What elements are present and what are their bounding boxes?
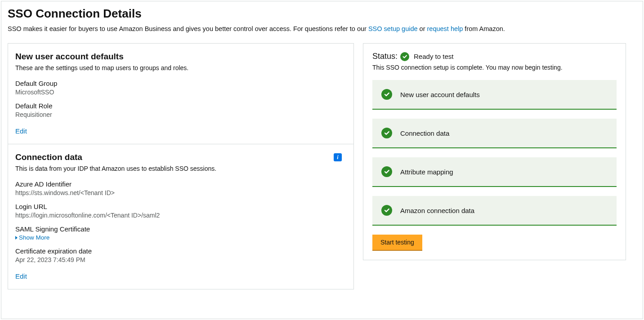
status-prefix: Status: bbox=[372, 52, 398, 61]
field-value: Requisitioner bbox=[15, 111, 346, 118]
check-circle-icon bbox=[400, 52, 409, 61]
status-description: This SSO connection setup is complete. Y… bbox=[372, 64, 617, 71]
cert-expiration-field: Certificate expiration date Apr 22, 2023… bbox=[15, 247, 346, 263]
field-label: Login URL bbox=[15, 203, 346, 210]
card-title: New user account defaults bbox=[15, 52, 346, 62]
status-card: Status: Ready to test This SSO connectio… bbox=[363, 43, 626, 260]
page-desc-text: SSO makes it easier for buyers to use Am… bbox=[8, 25, 368, 32]
card-title: Connection data bbox=[15, 152, 346, 162]
field-label: Default Group bbox=[15, 80, 346, 87]
field-label: Default Role bbox=[15, 102, 346, 110]
start-testing-button[interactable]: Start testing bbox=[372, 235, 422, 251]
saml-cert-field: SAML Signing Certificate Show More bbox=[15, 225, 346, 241]
field-label: SAML Signing Certificate bbox=[15, 225, 346, 233]
checklist-label: New user account defaults bbox=[400, 91, 480, 98]
field-label: Certificate expiration date bbox=[15, 247, 346, 255]
field-value: https://login.microsoftonline.com/<Tenan… bbox=[15, 212, 346, 219]
card-subtitle: These are the settings used to map users… bbox=[15, 64, 346, 71]
page-desc-mid: or bbox=[418, 25, 427, 32]
checklist-item: Connection data bbox=[372, 119, 617, 148]
field-value: MicrosoftSSO bbox=[15, 89, 346, 96]
connection-data-card: Connection data i This is data from your… bbox=[8, 144, 354, 289]
checklist-item: Attribute mapping bbox=[372, 157, 617, 187]
field-value: https://sts.windows.net/<Tenant ID> bbox=[15, 189, 346, 196]
checklist-item: Amazon connection data bbox=[372, 196, 617, 226]
request-help-link[interactable]: request help bbox=[427, 25, 463, 32]
default-group-field: Default Group MicrosoftSSO bbox=[15, 80, 346, 96]
default-role-field: Default Role Requisitioner bbox=[15, 102, 346, 118]
info-icon[interactable]: i bbox=[334, 153, 342, 161]
show-more-label: Show More bbox=[19, 234, 49, 241]
checklist-label: Connection data bbox=[400, 129, 449, 137]
new-user-defaults-card: New user account defaults These are the … bbox=[8, 43, 354, 144]
page-description: SSO makes it easier for buyers to use Am… bbox=[8, 25, 636, 32]
field-value: Apr 22, 2023 7:45:49 PM bbox=[15, 256, 346, 263]
edit-connection-link[interactable]: Edit bbox=[15, 272, 27, 280]
status-header: Status: Ready to test bbox=[372, 52, 617, 61]
status-label: Ready to test bbox=[414, 53, 453, 60]
checklist-label: Attribute mapping bbox=[400, 168, 453, 176]
page-title: SSO Connection Details bbox=[8, 7, 636, 21]
field-label: Azure AD Identifier bbox=[15, 180, 346, 188]
page-desc-suffix: from Amazon. bbox=[463, 25, 505, 32]
card-subtitle: This is data from your IDP that Amazon u… bbox=[15, 165, 346, 172]
checklist-label: Amazon connection data bbox=[400, 207, 474, 214]
sso-setup-guide-link[interactable]: SSO setup guide bbox=[368, 25, 418, 32]
check-circle-icon bbox=[381, 166, 392, 177]
check-circle-icon bbox=[381, 128, 392, 138]
caret-right-icon bbox=[15, 236, 18, 240]
show-more-link[interactable]: Show More bbox=[15, 234, 346, 241]
check-circle-icon bbox=[381, 205, 392, 216]
check-circle-icon bbox=[381, 89, 392, 100]
edit-defaults-link[interactable]: Edit bbox=[15, 127, 27, 135]
login-url-field: Login URL https://login.microsoftonline.… bbox=[15, 203, 346, 219]
azure-id-field: Azure AD Identifier https://sts.windows.… bbox=[15, 180, 346, 196]
checklist-item: New user account defaults bbox=[372, 80, 617, 110]
